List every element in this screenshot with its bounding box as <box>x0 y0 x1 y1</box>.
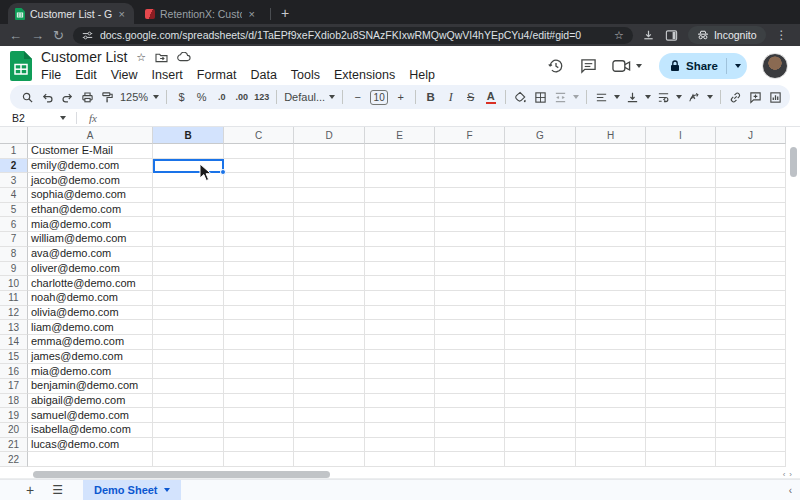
cell-F11[interactable] <box>435 291 505 306</box>
cell-E20[interactable] <box>365 423 435 438</box>
row-header-2[interactable]: 2 <box>0 159 28 174</box>
decrease-decimal-button[interactable]: .0 <box>212 92 231 102</box>
cell-E15[interactable] <box>365 350 435 365</box>
reload-icon[interactable]: ↻ <box>53 29 64 42</box>
cell-F18[interactable] <box>435 394 505 409</box>
row-header-22[interactable]: 22 <box>0 452 28 467</box>
cell-H14[interactable] <box>576 335 646 350</box>
cell-C6[interactable] <box>224 217 294 232</box>
insert-chart-icon[interactable] <box>766 91 785 104</box>
cell-J2[interactable] <box>716 159 786 174</box>
cell-H13[interactable] <box>576 320 646 335</box>
cell-B9[interactable] <box>153 262 224 277</box>
vertical-align-icon[interactable] <box>623 91 642 104</box>
cell-B2[interactable] <box>153 159 224 174</box>
cell-B21[interactable] <box>153 438 224 453</box>
cell-F9[interactable] <box>435 262 505 277</box>
cell-J1[interactable] <box>716 144 786 159</box>
cell-H7[interactable] <box>576 232 646 247</box>
cell-E4[interactable] <box>365 188 435 203</box>
cell-F2[interactable] <box>435 159 505 174</box>
address-bar[interactable]: docs.google.com/spreadsheets/d/1TaEPf9xe… <box>73 27 633 44</box>
cell-E10[interactable] <box>365 276 435 291</box>
cell-H12[interactable] <box>576 306 646 321</box>
insert-comment-icon[interactable] <box>746 91 765 104</box>
cell-I1[interactable] <box>646 144 716 159</box>
redo-icon[interactable] <box>58 91 77 104</box>
cell-D11[interactable] <box>294 291 365 306</box>
cell-A10[interactable]: charlotte@demo.com <box>28 276 153 291</box>
cell-G17[interactable] <box>505 379 576 394</box>
row-header-3[interactable]: 3 <box>0 173 28 188</box>
cell-E13[interactable] <box>365 320 435 335</box>
cell-E9[interactable] <box>365 262 435 277</box>
cell-B6[interactable] <box>153 217 224 232</box>
cell-D13[interactable] <box>294 320 365 335</box>
cell-I6[interactable] <box>646 217 716 232</box>
row-header-10[interactable]: 10 <box>0 276 28 291</box>
cell-D16[interactable] <box>294 364 365 379</box>
cell-C17[interactable] <box>224 379 294 394</box>
cell-J18[interactable] <box>716 394 786 409</box>
font-size-input[interactable]: 10 <box>370 90 388 105</box>
cell-E3[interactable] <box>365 173 435 188</box>
cell-B10[interactable] <box>153 276 224 291</box>
column-header-D[interactable]: D <box>294 127 365 144</box>
column-header-I[interactable]: I <box>646 127 716 144</box>
cell-G5[interactable] <box>505 203 576 218</box>
cell-I2[interactable] <box>646 159 716 174</box>
cell-B13[interactable] <box>153 320 224 335</box>
browser-tab-active[interactable]: Customer List - Google Shee × <box>8 3 134 24</box>
scrollbar-arrows[interactable]: ‹› <box>783 470 796 479</box>
bookmark-star-icon[interactable]: ☆ <box>614 29 624 42</box>
cell-I15[interactable] <box>646 350 716 365</box>
cell-A16[interactable]: mia@demo.com <box>28 364 153 379</box>
cell-F12[interactable] <box>435 306 505 321</box>
cell-B11[interactable] <box>153 291 224 306</box>
menu-extensions[interactable]: Extensions <box>327 67 402 83</box>
cell-C2[interactable] <box>224 159 294 174</box>
cell-F20[interactable] <box>435 423 505 438</box>
cell-H4[interactable] <box>576 188 646 203</box>
menu-help[interactable]: Help <box>402 67 442 83</box>
cell-H18[interactable] <box>576 394 646 409</box>
account-avatar[interactable] <box>762 53 788 79</box>
menu-insert[interactable]: Insert <box>145 67 190 83</box>
cell-I12[interactable] <box>646 306 716 321</box>
italic-button[interactable]: I <box>441 90 460 105</box>
cell-G9[interactable] <box>505 262 576 277</box>
cell-D3[interactable] <box>294 173 365 188</box>
cell-D1[interactable] <box>294 144 365 159</box>
cell-J3[interactable] <box>716 173 786 188</box>
cell-I19[interactable] <box>646 408 716 423</box>
column-header-B[interactable]: B <box>153 127 224 144</box>
menu-format[interactable]: Format <box>190 67 244 83</box>
fill-color-icon[interactable] <box>511 91 530 104</box>
cell-B19[interactable] <box>153 408 224 423</box>
cell-A2[interactable]: emily@demo.com <box>28 159 153 174</box>
row-header-19[interactable]: 19 <box>0 408 28 423</box>
strikethrough-button[interactable]: S <box>461 91 480 103</box>
cell-E21[interactable] <box>365 438 435 453</box>
row-header-7[interactable]: 7 <box>0 232 28 247</box>
cell-C10[interactable] <box>224 276 294 291</box>
cell-D14[interactable] <box>294 335 365 350</box>
cell-I4[interactable] <box>646 188 716 203</box>
row-header-9[interactable]: 9 <box>0 262 28 277</box>
cell-D12[interactable] <box>294 306 365 321</box>
cell-G21[interactable] <box>505 438 576 453</box>
new-tab-button[interactable]: + <box>277 5 293 21</box>
row-header-16[interactable]: 16 <box>0 364 28 379</box>
cell-G3[interactable] <box>505 173 576 188</box>
browser-menu-icon[interactable]: ⋮ <box>776 28 788 42</box>
cell-F13[interactable] <box>435 320 505 335</box>
cell-A3[interactable]: jacob@demo.com <box>28 173 153 188</box>
cell-C8[interactable] <box>224 247 294 262</box>
more-formats-button[interactable]: 123 <box>252 92 271 102</box>
cell-F15[interactable] <box>435 350 505 365</box>
cell-C1[interactable] <box>224 144 294 159</box>
cell-F5[interactable] <box>435 203 505 218</box>
cell-G15[interactable] <box>505 350 576 365</box>
row-header-1[interactable]: 1 <box>0 144 28 159</box>
cell-B5[interactable] <box>153 203 224 218</box>
